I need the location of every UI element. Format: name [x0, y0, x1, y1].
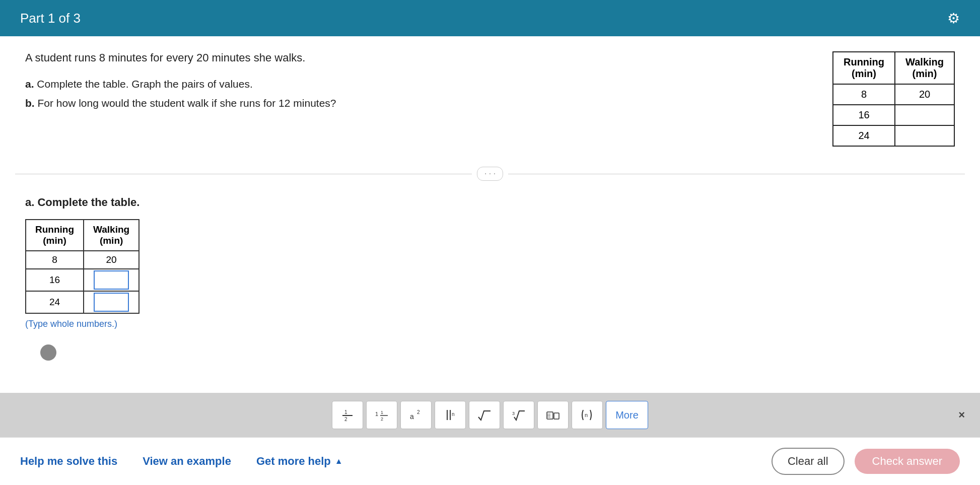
- bottom-right-actions: Clear all Check answer: [772, 448, 960, 475]
- divider: · · ·: [15, 162, 965, 186]
- answer-label-text: Complete the table.: [37, 196, 139, 209]
- cbrt-button[interactable]: 3: [503, 401, 534, 429]
- hint-text: (Type whole numbers.): [25, 319, 955, 329]
- help-me-solve-link[interactable]: Help me solve this: [20, 455, 117, 468]
- svg-rect-15: [554, 413, 559, 419]
- absolute-value-button[interactable]: n: [435, 401, 466, 429]
- page-title: Part 1 of 3: [20, 11, 81, 26]
- part-a-text: Complete the table. Graph the pairs of v…: [37, 78, 252, 90]
- answer-section: a. Complete the table. Running(min) Walk…: [0, 186, 980, 393]
- mixed-number-button[interactable]: 1 1 2: [366, 401, 397, 429]
- view-example-link[interactable]: View an example: [143, 455, 231, 468]
- answer-part-a-label: a.: [25, 196, 34, 209]
- fraction-icon: 1 2: [340, 408, 355, 422]
- answer-col2-header: Walking(min): [84, 220, 139, 251]
- svg-text:2: 2: [344, 417, 347, 422]
- walking-input-24[interactable]: [94, 293, 129, 312]
- table-row: 8 20: [833, 84, 954, 105]
- part-a-label: a.: [25, 78, 34, 90]
- divider-line-left: [15, 174, 472, 174]
- svg-text:3: 3: [512, 411, 515, 416]
- walking-input-16[interactable]: [94, 270, 129, 290]
- fraction-button[interactable]: 1 2: [332, 401, 363, 429]
- svg-text:n: n: [585, 412, 588, 418]
- svg-text:1: 1: [344, 409, 347, 415]
- sqrt-icon: [477, 408, 492, 422]
- svg-text:n: n: [452, 411, 455, 417]
- reference-table: Running(min) Walking(min) 8 20 16 24: [832, 51, 955, 147]
- parenthesis-button[interactable]: n: [572, 401, 603, 429]
- header: Part 1 of 3 ⚙: [0, 0, 980, 36]
- absolute-value-icon: n: [443, 408, 457, 422]
- get-more-help-label: Get more help: [256, 455, 331, 468]
- table-row: 24: [26, 291, 139, 313]
- superscript-icon: a 2: [409, 408, 423, 422]
- get-more-help-button[interactable]: Get more help ▲: [256, 455, 343, 468]
- ref-col1-header: Running(min): [833, 52, 895, 84]
- svg-text:1: 1: [375, 411, 378, 417]
- problem-text: A student runs 8 minutes for every 20 mi…: [25, 51, 812, 113]
- clear-all-button[interactable]: Clear all: [772, 448, 845, 475]
- problem-part-a: a. Complete the table. Graph the pairs o…: [25, 75, 812, 94]
- sqrt-button[interactable]: [469, 401, 500, 429]
- main-content: A student runs 8 minutes for every 20 mi…: [0, 36, 980, 393]
- log-icon: ⠿: [546, 408, 560, 422]
- ref-walking-2: [895, 105, 954, 125]
- part-b-text: For how long would the student walk if s…: [38, 97, 336, 109]
- problem-intro: A student runs 8 minutes for every 20 mi…: [25, 51, 812, 64]
- ref-walking-3: [895, 125, 954, 146]
- ref-col2-header: Walking(min): [895, 52, 954, 84]
- ref-running-2: 16: [833, 105, 895, 125]
- svg-text:2: 2: [417, 409, 420, 415]
- arrow-up-icon: ▲: [335, 457, 343, 466]
- answer-walking-input-3[interactable]: [84, 291, 139, 313]
- part-b-label: b.: [25, 97, 35, 109]
- answer-running-3: 24: [26, 291, 84, 313]
- problem-section: A student runs 8 minutes for every 20 mi…: [0, 36, 980, 162]
- table-row: 8 20: [26, 251, 139, 269]
- svg-text:⠿: ⠿: [547, 413, 551, 419]
- ref-running-1: 8: [833, 84, 895, 105]
- superscript-button[interactable]: a 2: [400, 401, 432, 429]
- toolbar-container: 1 2 1 1 2 a 2 n: [0, 393, 980, 437]
- answer-running-1: 8: [26, 251, 84, 269]
- table-row: 16: [26, 269, 139, 291]
- divider-line-right: [508, 174, 965, 174]
- answer-col1-header: Running(min): [26, 220, 84, 251]
- answer-running-2: 16: [26, 269, 84, 291]
- ref-walking-1: 20: [895, 84, 954, 105]
- cbrt-icon: 3: [512, 408, 526, 422]
- progress-indicator: [40, 344, 56, 361]
- check-answer-button[interactable]: Check answer: [855, 449, 960, 474]
- answer-label: a. Complete the table.: [25, 196, 955, 209]
- table-row: 16: [833, 105, 954, 125]
- ref-running-3: 24: [833, 125, 895, 146]
- answer-walking-input-2[interactable]: [84, 269, 139, 291]
- more-button[interactable]: More: [606, 401, 648, 429]
- svg-text:a: a: [410, 412, 414, 421]
- close-icon[interactable]: ×: [958, 408, 965, 422]
- answer-table: Running(min) Walking(min) 8 20 16 24: [25, 219, 139, 314]
- log-button[interactable]: ⠿: [537, 401, 569, 429]
- table-row: 24: [833, 125, 954, 146]
- gear-icon[interactable]: ⚙: [947, 10, 960, 27]
- divider-dots: · · ·: [477, 167, 503, 181]
- toolbar-buttons: 1 2 1 1 2 a 2 n: [332, 401, 648, 429]
- svg-text:1: 1: [381, 410, 383, 415]
- problem-parts: a. Complete the table. Graph the pairs o…: [25, 75, 812, 113]
- answer-walking-1: 20: [84, 251, 139, 269]
- parenthesis-icon: n: [580, 408, 594, 422]
- bottom-bar: Help me solve this View an example Get m…: [0, 437, 980, 485]
- mixed-number-icon: 1 1 2: [375, 408, 389, 422]
- problem-part-b: b. For how long would the student walk i…: [25, 94, 812, 113]
- svg-text:2: 2: [381, 417, 383, 422]
